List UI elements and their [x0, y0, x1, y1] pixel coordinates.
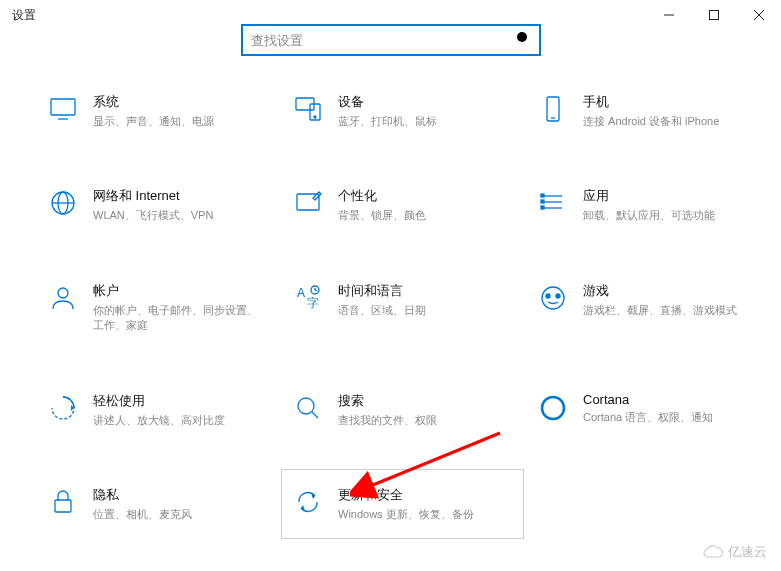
svg-text:字: 字	[307, 296, 319, 310]
apps-icon	[537, 187, 569, 219]
tile-network[interactable]: 网络和 Internet WLAN、飞行模式、VPN	[40, 178, 275, 232]
tile-desc: 位置、相机、麦克风	[93, 507, 268, 522]
close-icon	[754, 10, 764, 20]
tile-accounts[interactable]: 帐户 你的帐户、电子邮件、同步设置、工作、家庭	[40, 273, 275, 343]
tile-text: 隐私 位置、相机、麦克风	[93, 486, 268, 522]
tile-desc: 语音、区域、日期	[338, 303, 513, 318]
ease-icon	[47, 392, 79, 424]
tile-title: 应用	[583, 187, 758, 205]
svg-point-23	[58, 288, 68, 298]
svg-line-5	[526, 41, 529, 44]
phone-icon	[537, 93, 569, 125]
close-button[interactable]	[736, 0, 781, 30]
tile-title: 设备	[338, 93, 513, 111]
svg-point-10	[314, 116, 316, 118]
tile-desc: 背景、锁屏、颜色	[338, 208, 513, 223]
minimize-button[interactable]	[646, 0, 691, 30]
tile-phone[interactable]: 手机 连接 Android 设备和 iPhone	[530, 84, 765, 138]
tile-desc: Windows 更新、恢复、备份	[338, 507, 513, 522]
tile-title: 网络和 Internet	[93, 187, 268, 205]
search-cat-icon	[292, 392, 324, 424]
tile-title: 更新和安全	[338, 486, 513, 504]
svg-rect-22	[541, 206, 544, 209]
tile-title: Cortana	[583, 392, 758, 407]
update-icon	[292, 486, 324, 518]
svg-point-33	[298, 398, 314, 414]
tile-system[interactable]: 系统 显示、声音、通知、电源	[40, 84, 275, 138]
tile-title: 时间和语言	[338, 282, 513, 300]
tile-text: 时间和语言 语音、区域、日期	[338, 282, 513, 318]
tile-text: 搜索 查找我的文件、权限	[338, 392, 513, 428]
settings-grid: 系统 显示、声音、通知、电源 设备 蓝牙、打印机、鼠标 手机 连接 Androi…	[0, 84, 781, 531]
svg-rect-21	[541, 200, 544, 203]
svg-text:A: A	[297, 286, 305, 300]
tile-desc: 蓝牙、打印机、鼠标	[338, 114, 513, 129]
tile-desc: 连接 Android 设备和 iPhone	[583, 114, 758, 129]
tile-text: 设备 蓝牙、打印机、鼠标	[338, 93, 513, 129]
tile-desc: 你的帐户、电子邮件、同步设置、工作、家庭	[93, 303, 268, 334]
tile-title: 轻松使用	[93, 392, 268, 410]
account-icon	[47, 282, 79, 314]
tile-personalization[interactable]: 个性化 背景、锁屏、颜色	[285, 178, 520, 232]
globe-icon	[47, 187, 79, 219]
devices-icon	[292, 93, 324, 125]
tile-cortana[interactable]: Cortana Cortana 语言、权限、通知	[530, 383, 765, 437]
cortana-icon	[537, 392, 569, 424]
tile-text: Cortana Cortana 语言、权限、通知	[583, 392, 758, 425]
tile-title: 手机	[583, 93, 758, 111]
svg-point-31	[556, 294, 560, 298]
tile-desc: Cortana 语言、权限、通知	[583, 410, 758, 425]
cloud-icon	[702, 545, 724, 559]
tile-ease-of-access[interactable]: 轻松使用 讲述人、放大镜、高对比度	[40, 383, 275, 437]
tile-desc: 游戏栏、截屏、直播、游戏模式	[583, 303, 758, 318]
tile-apps[interactable]: 应用 卸载、默认应用、可选功能	[530, 178, 765, 232]
tile-text: 系统 显示、声音、通知、电源	[93, 93, 268, 129]
search-input[interactable]	[251, 33, 515, 48]
tile-text: 帐户 你的帐户、电子邮件、同步设置、工作、家庭	[93, 282, 268, 334]
tile-update-security[interactable]: 更新和安全 Windows 更新、恢复、备份	[281, 469, 524, 539]
tile-time-language[interactable]: A字 时间和语言 语音、区域、日期	[285, 273, 520, 343]
lock-icon	[47, 486, 79, 518]
tile-text: 应用 卸载、默认应用、可选功能	[583, 187, 758, 223]
svg-rect-20	[541, 194, 544, 197]
svg-rect-6	[51, 99, 75, 115]
minimize-icon	[664, 10, 674, 20]
search-box[interactable]	[241, 24, 541, 56]
tile-text: 游戏 游戏栏、截屏、直播、游戏模式	[583, 282, 758, 318]
tile-text: 个性化 背景、锁屏、颜色	[338, 187, 513, 223]
maximize-button[interactable]	[691, 0, 736, 30]
tile-search[interactable]: 搜索 查找我的文件、权限	[285, 383, 520, 437]
tile-desc: WLAN、飞行模式、VPN	[93, 208, 268, 223]
svg-rect-36	[55, 500, 71, 512]
tile-title: 搜索	[338, 392, 513, 410]
watermark-text: 亿速云	[728, 543, 767, 561]
svg-line-34	[312, 412, 318, 418]
tile-desc: 显示、声音、通知、电源	[93, 114, 268, 129]
tile-title: 隐私	[93, 486, 268, 504]
svg-point-35	[542, 397, 564, 419]
tile-title: 游戏	[583, 282, 758, 300]
tile-text: 手机 连接 Android 设备和 iPhone	[583, 93, 758, 129]
time-lang-icon: A字	[292, 282, 324, 314]
tile-title: 系统	[93, 93, 268, 111]
gaming-icon	[537, 282, 569, 314]
svg-rect-16	[297, 194, 319, 210]
personalization-icon	[292, 187, 324, 219]
svg-line-28	[315, 290, 317, 291]
svg-point-30	[546, 294, 550, 298]
tile-gaming[interactable]: 游戏 游戏栏、截屏、直播、游戏模式	[530, 273, 765, 343]
tile-title: 帐户	[93, 282, 268, 300]
tile-devices[interactable]: 设备 蓝牙、打印机、鼠标	[285, 84, 520, 138]
watermark: 亿速云	[702, 543, 767, 561]
svg-point-29	[542, 287, 564, 309]
tile-desc: 讲述人、放大镜、高对比度	[93, 413, 268, 428]
maximize-icon	[709, 10, 719, 20]
tile-desc: 查找我的文件、权限	[338, 413, 513, 428]
tile-text: 网络和 Internet WLAN、飞行模式、VPN	[93, 187, 268, 223]
search-icon	[515, 30, 531, 50]
window-controls	[646, 0, 781, 30]
tile-title: 个性化	[338, 187, 513, 205]
tile-text: 轻松使用 讲述人、放大镜、高对比度	[93, 392, 268, 428]
tile-privacy[interactable]: 隐私 位置、相机、麦克风	[40, 477, 275, 531]
tile-desc: 卸载、默认应用、可选功能	[583, 208, 758, 223]
